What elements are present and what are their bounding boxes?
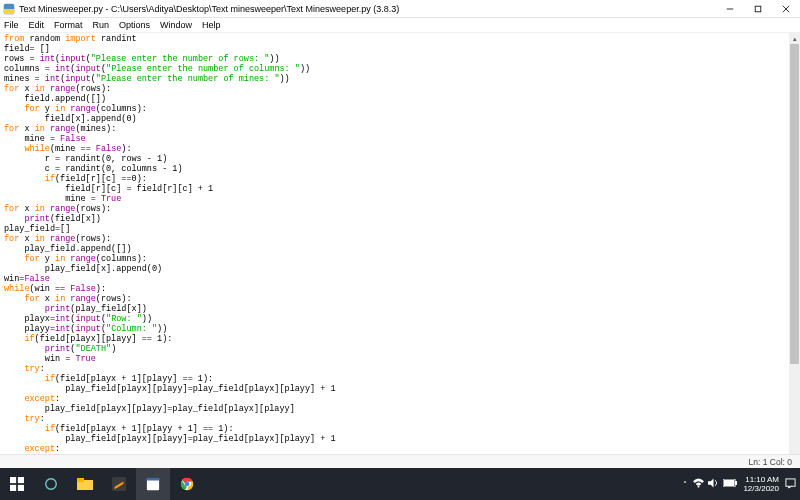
menu-options[interactable]: Options	[119, 20, 150, 30]
scrollbar-thumb[interactable]	[790, 44, 799, 364]
svg-rect-6	[10, 477, 16, 483]
window-title: Text Minesweeper.py - C:\Users\Aditya\De…	[19, 4, 716, 14]
svg-rect-3	[755, 6, 761, 12]
menu-window[interactable]: Window	[160, 20, 192, 30]
tray-chevron-up-icon[interactable]: ˄	[683, 480, 687, 489]
app-icon	[2, 2, 16, 16]
svg-point-19	[698, 486, 700, 488]
svg-point-10	[46, 479, 57, 490]
cursor-position: Ln: 1 Col: 0	[749, 457, 792, 467]
taskbar-explorer-icon[interactable]	[68, 468, 102, 500]
maximize-button[interactable]	[744, 0, 772, 18]
svg-rect-9	[18, 485, 24, 491]
svg-rect-22	[724, 480, 734, 486]
taskbar-cortana-icon[interactable]	[34, 468, 68, 500]
editor-area: from random import randint field= [] row…	[0, 33, 800, 468]
svg-rect-8	[10, 485, 16, 491]
tray-notifications-icon[interactable]	[785, 478, 796, 491]
vertical-scrollbar[interactable]: ▴ ▾	[789, 33, 800, 468]
menu-edit[interactable]: Edit	[29, 20, 45, 30]
minimize-button[interactable]	[716, 0, 744, 18]
close-button[interactable]	[772, 0, 800, 18]
menu-help[interactable]: Help	[202, 20, 221, 30]
start-button[interactable]	[0, 468, 34, 500]
taskbar-chrome-icon[interactable]	[170, 468, 204, 500]
tray-time[interactable]: 11:10 AM	[743, 475, 779, 484]
menu-run[interactable]: Run	[93, 20, 110, 30]
scroll-up-icon[interactable]: ▴	[789, 33, 800, 44]
svg-rect-23	[786, 478, 795, 485]
taskbar-sublime-icon[interactable]	[102, 468, 136, 500]
svg-rect-15	[147, 478, 159, 481]
taskbar: ˄ 11:10 AM 12/3/2020	[0, 468, 800, 500]
menu-format[interactable]: Format	[54, 20, 83, 30]
menu-bar: File Edit Format Run Options Window Help	[0, 18, 800, 33]
tray-battery-icon[interactable]	[723, 479, 737, 489]
taskbar-idle-icon[interactable]	[136, 468, 170, 500]
tray-date[interactable]: 12/3/2020	[743, 484, 779, 493]
tray-wifi-icon[interactable]	[693, 478, 704, 490]
title-bar: Text Minesweeper.py - C:\Users\Aditya\De…	[0, 0, 800, 18]
code-editor[interactable]: from random import randint field= [] row…	[0, 33, 789, 468]
svg-rect-7	[18, 477, 24, 483]
svg-rect-21	[735, 481, 737, 485]
tray-volume-icon[interactable]	[708, 478, 719, 490]
svg-rect-12	[77, 478, 84, 482]
system-tray: ˄ 11:10 AM 12/3/2020	[683, 475, 800, 493]
menu-file[interactable]: File	[4, 20, 19, 30]
status-bar: Ln: 1 Col: 0	[0, 454, 800, 468]
